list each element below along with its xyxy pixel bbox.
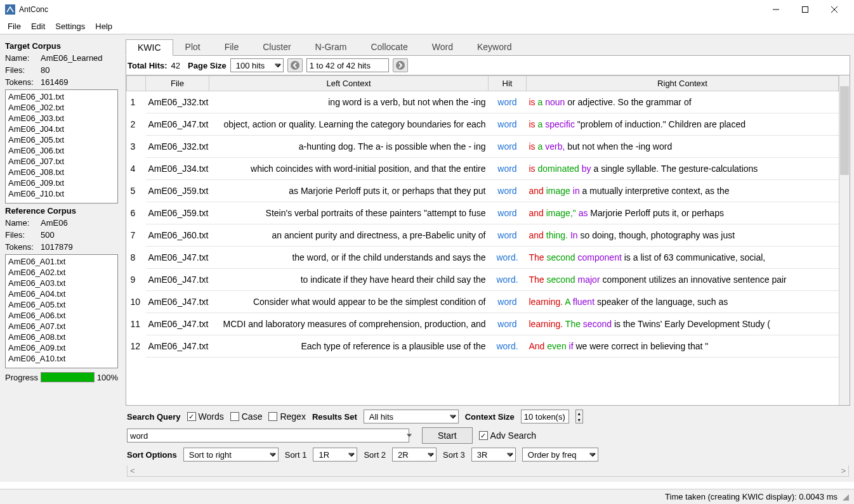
progress-percent: 100% bbox=[97, 373, 118, 382]
horizontal-scrollbar[interactable]: <> bbox=[127, 465, 849, 477]
table-row[interactable]: 7AmE06_J60.txtan ancient purity and dire… bbox=[127, 224, 839, 247]
col-file[interactable]: File bbox=[146, 76, 209, 91]
status-text: Time taken (creating KWIC display): 0.00… bbox=[665, 492, 838, 501]
ref-tokens-label: Tokens: bbox=[5, 242, 38, 252]
col-num[interactable] bbox=[127, 76, 146, 91]
list-item[interactable]: AmE06_J09.txt bbox=[6, 178, 117, 188]
total-hits-label: Total Hits: bbox=[128, 61, 168, 70]
list-item[interactable]: AmE06_J10.txt bbox=[6, 188, 117, 199]
regex-checkbox[interactable]: Regex bbox=[268, 411, 305, 422]
list-item[interactable]: AmE06_A10.txt bbox=[6, 353, 117, 364]
target-corpus-header: Target Corpus bbox=[5, 41, 118, 51]
table-row[interactable]: 10AmE06_J47.txtConsider what would appea… bbox=[127, 291, 839, 313]
table-row[interactable]: 9AmE06_J47.txtto indicate if they have h… bbox=[127, 269, 839, 291]
tab-kwic[interactable]: KWIC bbox=[126, 39, 173, 56]
adv-search-checkbox[interactable]: Adv Search bbox=[479, 430, 536, 441]
hit-range-display[interactable] bbox=[306, 58, 389, 72]
ref-files: 500 bbox=[41, 230, 55, 240]
sort2-select[interactable]: 2R bbox=[392, 448, 437, 462]
tab-plot[interactable]: Plot bbox=[173, 39, 213, 55]
results-scrollbar[interactable] bbox=[839, 75, 850, 405]
ref-name-label: Name: bbox=[5, 218, 38, 228]
right-panel: KWIC Plot File Cluster N-Gram Collocate … bbox=[122, 35, 854, 482]
list-item[interactable]: AmE06_J01.txt bbox=[6, 91, 117, 102]
target-name: AmE06_Learned bbox=[41, 53, 103, 63]
list-item[interactable]: AmE06_A02.txt bbox=[6, 267, 117, 278]
results-area: File Left Context Hit Right Context 1AmE… bbox=[126, 75, 850, 406]
list-item[interactable]: AmE06_A08.txt bbox=[6, 332, 117, 342]
sort1-select[interactable]: 1R bbox=[313, 448, 357, 462]
results-set-label: Results Set bbox=[312, 412, 357, 422]
list-item[interactable]: AmE06_J05.txt bbox=[6, 134, 117, 145]
ref-name: AmE06 bbox=[41, 218, 68, 228]
table-row[interactable]: 3AmE06_J32.txta-hunting dog. The a- is p… bbox=[127, 136, 839, 158]
col-right[interactable]: Right Context bbox=[527, 76, 839, 91]
tab-cluster[interactable]: Cluster bbox=[251, 39, 303, 55]
prev-page-button[interactable] bbox=[287, 58, 303, 72]
menu-settings[interactable]: Settings bbox=[55, 22, 85, 31]
left-panel: Target Corpus Name:AmE06_Learned Files:8… bbox=[0, 35, 122, 482]
list-item[interactable]: AmE06_A06.txt bbox=[6, 310, 117, 321]
list-item[interactable]: AmE06_A05.txt bbox=[6, 299, 117, 310]
reference-file-list[interactable]: AmE06_A01.txtAmE06_A02.txtAmE06_A03.txtA… bbox=[5, 254, 118, 368]
table-row[interactable]: 4AmE06_J34.txtwhich coincides with word-… bbox=[127, 158, 839, 180]
maximize-button[interactable] bbox=[791, 0, 820, 19]
progress-bar bbox=[41, 372, 95, 382]
tab-file[interactable]: File bbox=[213, 39, 251, 55]
page-size-label: Page Size bbox=[188, 61, 227, 70]
table-row[interactable]: 8AmE06_J47.txtthe word, or if the child … bbox=[127, 247, 839, 269]
kwic-table: File Left Context Hit Right Context 1AmE… bbox=[126, 75, 839, 358]
menu-file[interactable]: File bbox=[8, 22, 21, 31]
table-row[interactable]: 2AmE06_J47.txtobject, action or quality.… bbox=[127, 113, 839, 136]
words-checkbox[interactable]: Words bbox=[187, 411, 224, 422]
list-item[interactable]: AmE06_A03.txt bbox=[6, 278, 117, 288]
list-item[interactable]: AmE06_J06.txt bbox=[6, 145, 117, 156]
results-set-select[interactable]: All hits bbox=[364, 410, 459, 423]
case-checkbox[interactable]: Case bbox=[230, 411, 263, 422]
table-row[interactable]: 6AmE06_J59.txtStein's verbal portraits o… bbox=[127, 202, 839, 224]
list-item[interactable]: AmE06_A01.txt bbox=[6, 256, 117, 267]
col-hit[interactable]: Hit bbox=[489, 76, 527, 91]
tab-ngram[interactable]: N-Gram bbox=[303, 39, 359, 55]
context-size-input[interactable] bbox=[521, 410, 569, 423]
table-row[interactable]: 11AmE06_J47.txtMCDI and laboratory measu… bbox=[127, 313, 839, 335]
col-left[interactable]: Left Context bbox=[209, 76, 489, 91]
svg-rect-0 bbox=[5, 4, 15, 15]
tab-word[interactable]: Word bbox=[420, 39, 465, 55]
sort2-label: Sort 2 bbox=[364, 450, 386, 460]
list-item[interactable]: AmE06_A04.txt bbox=[6, 288, 117, 299]
list-item[interactable]: AmE06_A07.txt bbox=[6, 321, 117, 332]
list-item[interactable]: AmE06_J04.txt bbox=[6, 124, 117, 134]
ref-tokens: 1017879 bbox=[41, 242, 73, 252]
tab-collocate[interactable]: Collocate bbox=[358, 39, 419, 55]
table-row[interactable]: 1AmE06_J32.txting word is a verb, but no… bbox=[127, 91, 839, 113]
start-button[interactable]: Start bbox=[422, 427, 473, 444]
close-button[interactable] bbox=[820, 0, 849, 19]
menu-edit[interactable]: Edit bbox=[31, 22, 45, 31]
page-size-select[interactable]: 100 hits bbox=[230, 58, 284, 72]
next-page-button[interactable] bbox=[393, 58, 408, 72]
order-select[interactable]: Order by freq bbox=[522, 448, 598, 462]
list-item[interactable]: AmE06_A09.txt bbox=[6, 342, 117, 353]
table-row[interactable]: 12AmE06_J47.txtEach type of reference is… bbox=[127, 335, 839, 358]
sort-main-select[interactable]: Sort to right bbox=[183, 448, 279, 462]
context-size-spinner[interactable]: ▲▼ bbox=[575, 410, 583, 423]
list-item[interactable]: AmE06_J07.txt bbox=[6, 156, 117, 167]
minimize-button[interactable] bbox=[761, 0, 791, 19]
list-item[interactable]: AmE06_J02.txt bbox=[6, 102, 117, 113]
list-item[interactable]: AmE06_J03.txt bbox=[6, 113, 117, 124]
bottom-controls: Search Query Words Case Regex Results Se… bbox=[126, 406, 850, 478]
title-bar: AntConc bbox=[0, 0, 854, 19]
results-table-scroll[interactable]: File Left Context Hit Right Context 1AmE… bbox=[126, 75, 839, 405]
sort3-select[interactable]: 3R bbox=[471, 448, 516, 462]
tab-keyword[interactable]: Keyword bbox=[465, 39, 523, 55]
list-item[interactable]: AmE06_J08.txt bbox=[6, 167, 117, 178]
menu-help[interactable]: Help bbox=[95, 22, 112, 31]
target-file-list[interactable]: AmE06_J01.txtAmE06_J02.txtAmE06_J03.txtA… bbox=[5, 89, 118, 204]
search-query-input[interactable] bbox=[127, 429, 409, 443]
resize-grip[interactable]: ◢ bbox=[843, 492, 849, 501]
sort1-label: Sort 1 bbox=[285, 450, 307, 460]
table-row[interactable]: 5AmE06_J59.txtas Marjorie Perloff puts i… bbox=[127, 180, 839, 202]
status-bar: Time taken (creating KWIC display): 0.00… bbox=[0, 489, 854, 504]
tabs: KWIC Plot File Cluster N-Gram Collocate … bbox=[126, 39, 850, 56]
